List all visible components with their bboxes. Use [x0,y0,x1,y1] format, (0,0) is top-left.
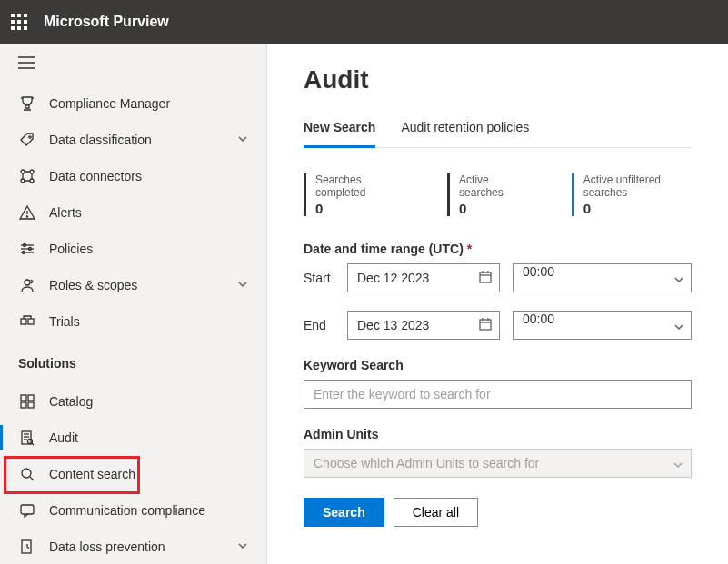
tab-new-search[interactable]: New Search [304,120,375,148]
sidebar-item-label: Alerts [49,205,82,220]
start-time-select[interactable]: 00:00 [513,263,692,292]
admin-units-select[interactable]: Choose which Admin Units to search for [304,449,692,478]
svg-point-7 [30,179,34,183]
sidebar-item-label: Catalog [49,394,93,409]
sidebar-item-label: Policies [49,242,93,256]
comm-icon [18,501,36,519]
stat-active-searches: Active searches 0 [447,173,526,216]
end-time-select[interactable]: 00:00 [513,311,692,340]
roles-icon [18,276,36,294]
sidebar-item-communication-compliance[interactable]: Communication compliance [0,492,266,529]
connector-icon [18,167,36,185]
dlp-icon [18,538,36,556]
stat-value: 0 [459,201,526,216]
trophy-icon [18,94,36,113]
stat-label: Active searches [459,173,526,199]
svg-point-5 [30,170,34,173]
tab-audit-retention-policies[interactable]: Audit retention policies [401,120,529,148]
tabs: New Search Audit retention policies [304,120,692,148]
stat-value: 0 [583,201,692,216]
svg-rect-32 [22,540,31,553]
sidebar-item-catalog[interactable]: Catalog [0,383,266,420]
sidebar-item-label: Data connectors [49,169,142,183]
end-time-value[interactable]: 00:00 [513,311,692,340]
admin-units-label: Admin Units [304,427,692,441]
svg-rect-22 [28,402,34,408]
sidebar-item-audit[interactable]: Audit [0,420,266,456]
start-time-value[interactable]: 00:00 [513,263,692,292]
sidebar-item-label: Communication compliance [49,503,205,518]
sidebar-item-label: Data classification [49,133,152,147]
stat-label: Searches completed [315,173,402,199]
svg-rect-17 [21,319,26,324]
alert-icon [18,203,36,222]
svg-rect-18 [28,319,34,324]
tag-icon [18,131,36,149]
sidebar-item-compliance-manager[interactable]: Compliance Manager [0,85,266,122]
topbar: Microsoft Purview [0,0,728,44]
sidebar-item-content-search[interactable]: Content search [0,456,266,492]
end-date-input[interactable] [347,311,500,340]
search-button[interactable]: Search [304,498,384,527]
trials-icon [18,312,36,331]
end-label: End [304,318,334,332]
stat-active-unfiltered-searches: Active unfiltered searches 0 [572,173,692,216]
svg-rect-20 [28,395,34,401]
admin-units-placeholder: Choose which Admin Units to search for [314,456,539,470]
page-title: Audit [304,65,692,94]
start-label: Start [304,271,334,285]
sidebar-item-data-classification[interactable]: Data classification [0,122,266,158]
catalog-icon [18,392,36,411]
chevron-down-icon [673,459,683,473]
audit-icon [18,429,36,447]
sidebar-item-label: Trials [49,314,80,329]
keyword-label: Keyword Search [304,358,692,372]
product-name: Microsoft Purview [44,14,169,30]
sidebar-item-label: Roles & scopes [49,278,137,292]
sidebar-section-header: Solutions [0,340,266,378]
sidebar-item-label: Data loss prevention [49,539,165,554]
svg-point-9 [26,216,27,217]
sidebar-item-data-loss-prevention[interactable]: Data loss prevention [0,529,266,564]
main-content: Audit New Search Audit retention policie… [267,44,728,564]
app-launcher-icon[interactable] [11,14,27,30]
svg-rect-19 [21,395,26,401]
stat-searches-completed: Searches completed 0 [304,173,402,216]
stat-label: Active unfiltered searches [583,173,692,199]
sidebar-item-label: Compliance Manager [49,96,170,111]
nav-toggle-icon[interactable] [0,44,266,80]
svg-point-27 [28,440,33,444]
nav-top-list: Compliance Manager Data classification D… [0,85,266,340]
svg-point-16 [25,280,30,285]
svg-rect-21 [21,402,26,408]
start-date-input[interactable] [347,263,500,292]
svg-line-30 [30,477,34,480]
sidebar-item-policies[interactable]: Policies [0,231,266,267]
chevron-down-icon [237,278,248,292]
chevron-down-icon [237,133,248,147]
clear-all-button[interactable]: Clear all [394,498,478,527]
svg-point-4 [21,170,25,173]
svg-line-28 [32,443,34,445]
date-range-label: Date and time range (UTC) * [304,242,692,256]
sidebar-item-label: Content search [49,467,135,481]
start-date-field[interactable] [347,263,500,292]
svg-point-29 [22,469,31,478]
chevron-down-icon [237,539,248,554]
svg-point-6 [21,179,25,183]
stats-row: Searches completed 0 Active searches 0 A… [304,173,692,216]
sidebar-item-data-connectors[interactable]: Data connectors [0,158,266,194]
stat-value: 0 [315,201,402,216]
keyword-input[interactable] [304,380,692,409]
svg-rect-23 [22,431,31,444]
sidebar-item-roles-scopes[interactable]: Roles & scopes [0,267,266,303]
end-date-field[interactable] [347,311,500,340]
sidebar-item-trials[interactable]: Trials [0,303,266,340]
search-icon [18,465,36,483]
policies-icon [18,240,36,258]
svg-point-3 [29,136,31,138]
svg-rect-31 [21,505,34,514]
sidebar-item-label: Audit [49,430,78,445]
sidebar-item-alerts[interactable]: Alerts [0,194,266,231]
sidebar: Compliance Manager Data classification D… [0,44,267,564]
